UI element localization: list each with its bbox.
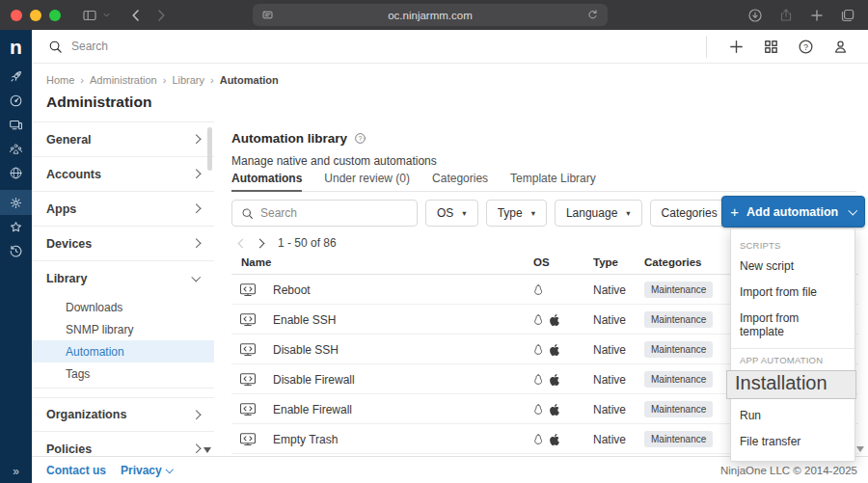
footer-link-privacy[interactable]: Privacy	[121, 464, 172, 477]
breadcrumb-item-library[interactable]: Library	[172, 74, 204, 86]
tab-categories[interactable]: Categories	[432, 172, 488, 191]
category-cell: Maintenance	[644, 305, 713, 335]
sidebar-item-policies[interactable]: Policies	[32, 432, 214, 456]
new-tab-icon[interactable]	[809, 8, 825, 23]
sidebar-item-downloads[interactable]: Downloads	[32, 296, 214, 318]
minimize-window-button[interactable]	[30, 10, 41, 21]
reader-icon[interactable]	[261, 9, 274, 21]
library-search-input[interactable]	[260, 206, 395, 220]
search-icon[interactable]	[48, 40, 63, 54]
next-page-button[interactable]	[251, 240, 268, 247]
rocket-icon[interactable]	[0, 65, 32, 89]
apple-icon[interactable]	[549, 314, 560, 326]
sidebar-item-apps[interactable]: Apps	[32, 192, 214, 227]
prev-page-button[interactable]	[233, 240, 251, 247]
sidebar-item-tags[interactable]: Tags	[32, 362, 214, 385]
footer-link-contact-us[interactable]: Contact us	[46, 464, 106, 477]
menu-item-installation[interactable]: Installation	[726, 370, 856, 399]
sidebar-item-organizations[interactable]: Organizations	[32, 397, 214, 432]
menu-item-file-transfer[interactable]: File transfer	[731, 428, 854, 454]
script-monitor-icon[interactable]	[239, 342, 257, 358]
apps-grid-icon[interactable]	[763, 39, 779, 55]
apple-icon[interactable]	[549, 344, 560, 356]
add-automation-button[interactable]: + Add automation	[721, 196, 865, 228]
sidebar-icon[interactable]	[82, 8, 97, 23]
menu-item-new-script[interactable]: New script	[731, 253, 854, 279]
plus-icon: +	[730, 203, 739, 220]
breadcrumb-item-home[interactable]: Home	[46, 74, 74, 86]
apple-icon[interactable]	[549, 434, 560, 445]
user-icon[interactable]	[832, 39, 849, 55]
menu-item-import-from-file[interactable]: Import from file	[731, 279, 854, 305]
tab-automations[interactable]: Automations	[231, 172, 302, 192]
filter-os[interactable]: OS▾	[425, 200, 478, 227]
script-monitor-icon[interactable]	[239, 372, 257, 388]
script-monitor-icon[interactable]	[239, 312, 257, 328]
download-icon[interactable]	[747, 8, 763, 23]
remote-icon[interactable]	[0, 161, 32, 185]
settings-icon[interactable]	[0, 190, 32, 215]
favorites-icon[interactable]	[0, 215, 32, 239]
main-scroll-down-arrow[interactable]	[856, 446, 864, 452]
linux-icon[interactable]	[533, 344, 543, 356]
close-window-button[interactable]	[11, 10, 22, 21]
url-text: oc.ninjarmm.com	[274, 10, 586, 21]
sidebar-item-label: Accounts	[46, 168, 101, 181]
dashboard-icon[interactable]	[0, 89, 32, 113]
zoom-window-button[interactable]	[49, 10, 61, 21]
menu-item-import-from-template[interactable]: Import from template	[731, 305, 854, 344]
forward-icon[interactable]	[153, 8, 169, 23]
type-cell: Native	[593, 364, 626, 394]
filter-type[interactable]: Type▾	[486, 200, 547, 227]
menu-section-header: APP AUTOMATION	[731, 349, 854, 367]
linux-icon[interactable]	[533, 284, 543, 296]
global-search[interactable]	[48, 40, 380, 54]
header-divider	[706, 36, 707, 58]
linux-icon[interactable]	[533, 314, 543, 326]
app-window: oc.ninjarmm.com ? n » Home›Administratio…	[0, 0, 868, 483]
linux-icon[interactable]	[533, 404, 543, 416]
chevron-down-icon	[849, 205, 857, 214]
linux-icon[interactable]	[533, 434, 543, 445]
tabs-overview-icon[interactable]	[840, 8, 855, 23]
sidebar-item-automation[interactable]: Automation	[32, 340, 214, 362]
breadcrumb-separator: ›	[163, 74, 167, 86]
sidebar-item-general[interactable]: General	[32, 122, 214, 157]
sidebar-item-accounts[interactable]: Accounts	[32, 157, 214, 192]
script-monitor-icon[interactable]	[239, 282, 257, 298]
add-icon[interactable]	[728, 39, 745, 55]
organizations-icon[interactable]	[0, 137, 32, 161]
devices-icon[interactable]	[0, 113, 32, 137]
apple-icon[interactable]	[549, 374, 560, 386]
sidebar-item-library[interactable]: Library	[32, 261, 214, 296]
chevron-down-icon[interactable]	[101, 10, 112, 20]
back-icon[interactable]	[128, 8, 144, 23]
menu-item-run[interactable]: Run	[731, 402, 854, 428]
tab-template-library[interactable]: Template Library	[510, 172, 596, 191]
breadcrumb-item-administration[interactable]: Administration	[90, 74, 157, 86]
sidebar-item-label: Library	[46, 272, 87, 285]
nav-scroll-down-arrow[interactable]	[203, 447, 211, 453]
ninjaone-logo[interactable]: n	[0, 30, 32, 65]
nav-scrollbar-thumb[interactable]	[207, 127, 212, 171]
sidebar-item-devices[interactable]: Devices	[32, 227, 214, 261]
help-icon[interactable]: ?	[354, 132, 366, 145]
global-search-input[interactable]	[71, 40, 380, 53]
script-monitor-icon[interactable]	[239, 432, 257, 447]
linux-icon[interactable]	[533, 374, 543, 386]
url-bar[interactable]: oc.ninjarmm.com	[253, 4, 608, 26]
share-icon[interactable]	[778, 8, 794, 23]
history-icon[interactable]	[0, 239, 32, 263]
tab-under-review-0[interactable]: Under review (0)	[324, 172, 410, 191]
help-icon[interactable]: ?	[798, 39, 814, 55]
sidebar-item-snmp-library[interactable]: SNMP library	[32, 318, 214, 340]
search-icon[interactable]	[241, 207, 254, 220]
apple-icon[interactable]	[549, 404, 560, 416]
expand-rail-button[interactable]: »	[0, 465, 32, 478]
library-search[interactable]	[231, 200, 418, 227]
filter-language[interactable]: Language▾	[555, 200, 642, 227]
column-header-type: Type	[593, 256, 618, 268]
script-monitor-icon[interactable]	[239, 402, 257, 417]
sidebar-item-label: Devices	[46, 237, 92, 251]
reload-icon[interactable]	[586, 9, 599, 21]
